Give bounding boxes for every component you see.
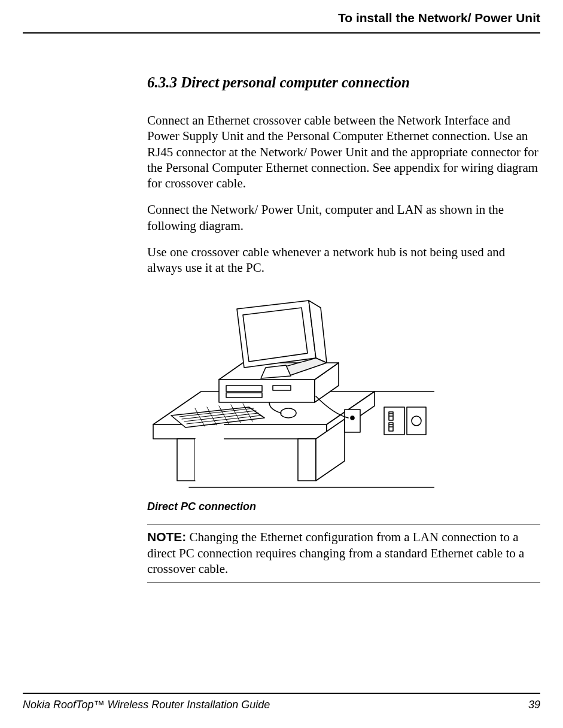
- figure-caption: Direct PC connection: [147, 500, 540, 513]
- section-number: 6.3.3: [147, 74, 177, 90]
- svg-rect-23: [226, 386, 262, 392]
- svg-rect-25: [273, 386, 291, 390]
- page-header: To install the Network/ Power Unit: [23, 0, 540, 34]
- svg-rect-4: [298, 439, 316, 481]
- footer-page-number: 39: [528, 699, 540, 711]
- header-title: To install the Network/ Power Unit: [338, 11, 540, 25]
- svg-rect-1: [153, 424, 327, 439]
- paragraph-2: Connect the Network/ Power Unit, compute…: [147, 202, 540, 233]
- paragraph-3: Use one crossover cable whenever a netwo…: [147, 244, 540, 276]
- svg-rect-11: [384, 407, 404, 435]
- note-rule-bottom: [147, 583, 540, 583]
- page-content: 6.3.3 Direct personal computer connectio…: [23, 34, 540, 583]
- pc-connection-illustration: [147, 296, 434, 493]
- svg-point-10: [351, 416, 354, 420]
- svg-rect-3: [177, 439, 195, 481]
- note-text: Changing the Ethernet configuration from…: [147, 530, 524, 576]
- note-label: NOTE:: [147, 530, 186, 544]
- section-title: Direct personal computer connection: [181, 74, 410, 90]
- svg-point-19: [412, 416, 421, 426]
- svg-rect-9: [345, 410, 360, 432]
- page-footer: Nokia RoofTop™ Wireless Router Installat…: [23, 693, 540, 711]
- svg-marker-27: [243, 308, 308, 362]
- svg-point-41: [281, 408, 296, 418]
- paragraph-1: Connect an Ethernet crossover cable betw…: [147, 113, 540, 191]
- section-heading: 6.3.3 Direct personal computer connectio…: [147, 74, 540, 91]
- note: NOTE: Changing the Ethernet configuratio…: [147, 524, 540, 583]
- footer-left: Nokia RoofTop™ Wireless Router Installat…: [23, 699, 270, 711]
- figure: Direct PC connection: [147, 296, 540, 513]
- svg-rect-24: [226, 393, 262, 398]
